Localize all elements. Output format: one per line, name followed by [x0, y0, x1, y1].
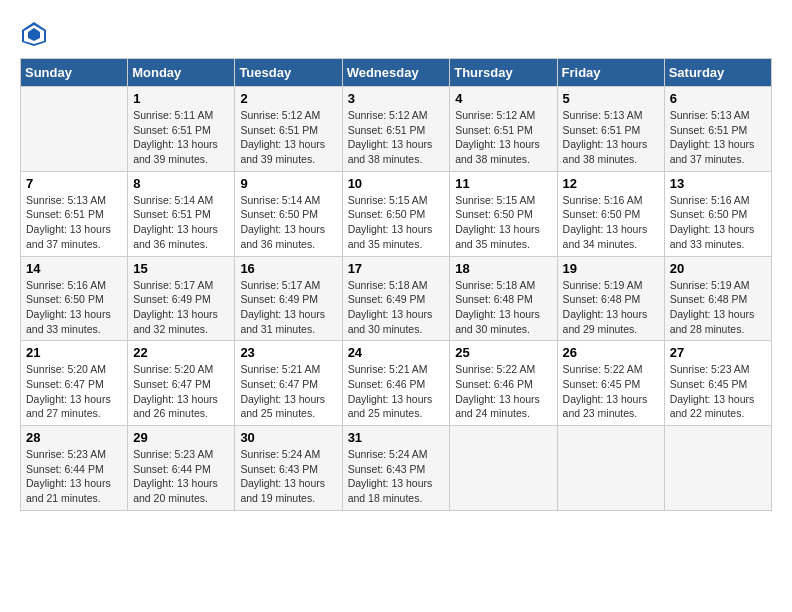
day-number: 28: [26, 430, 122, 445]
calendar-cell: 11 Sunrise: 5:15 AMSunset: 6:50 PMDaylig…: [450, 171, 557, 256]
calendar-cell: 1 Sunrise: 5:11 AMSunset: 6:51 PMDayligh…: [128, 87, 235, 172]
cell-info: Sunrise: 5:14 AMSunset: 6:50 PMDaylight:…: [240, 193, 336, 252]
weekday-header-row: SundayMondayTuesdayWednesdayThursdayFrid…: [21, 59, 772, 87]
calendar-cell: 22 Sunrise: 5:20 AMSunset: 6:47 PMDaylig…: [128, 341, 235, 426]
day-number: 19: [563, 261, 659, 276]
day-number: 13: [670, 176, 766, 191]
day-number: 24: [348, 345, 445, 360]
calendar-cell: 27 Sunrise: 5:23 AMSunset: 6:45 PMDaylig…: [664, 341, 771, 426]
cell-info: Sunrise: 5:21 AMSunset: 6:46 PMDaylight:…: [348, 362, 445, 421]
cell-info: Sunrise: 5:15 AMSunset: 6:50 PMDaylight:…: [455, 193, 551, 252]
cell-info: Sunrise: 5:17 AMSunset: 6:49 PMDaylight:…: [133, 278, 229, 337]
calendar-cell: 12 Sunrise: 5:16 AMSunset: 6:50 PMDaylig…: [557, 171, 664, 256]
weekday-header-thursday: Thursday: [450, 59, 557, 87]
day-number: 21: [26, 345, 122, 360]
cell-info: Sunrise: 5:13 AMSunset: 6:51 PMDaylight:…: [563, 108, 659, 167]
calendar-cell: 2 Sunrise: 5:12 AMSunset: 6:51 PMDayligh…: [235, 87, 342, 172]
cell-info: Sunrise: 5:17 AMSunset: 6:49 PMDaylight:…: [240, 278, 336, 337]
day-number: 25: [455, 345, 551, 360]
week-row-4: 21 Sunrise: 5:20 AMSunset: 6:47 PMDaylig…: [21, 341, 772, 426]
day-number: 4: [455, 91, 551, 106]
day-number: 27: [670, 345, 766, 360]
calendar-cell: 25 Sunrise: 5:22 AMSunset: 6:46 PMDaylig…: [450, 341, 557, 426]
calendar-cell: 29 Sunrise: 5:23 AMSunset: 6:44 PMDaylig…: [128, 426, 235, 511]
calendar-cell: 24 Sunrise: 5:21 AMSunset: 6:46 PMDaylig…: [342, 341, 450, 426]
cell-info: Sunrise: 5:12 AMSunset: 6:51 PMDaylight:…: [455, 108, 551, 167]
weekday-header-tuesday: Tuesday: [235, 59, 342, 87]
calendar-cell: [664, 426, 771, 511]
cell-info: Sunrise: 5:18 AMSunset: 6:48 PMDaylight:…: [455, 278, 551, 337]
calendar-cell: 20 Sunrise: 5:19 AMSunset: 6:48 PMDaylig…: [664, 256, 771, 341]
cell-info: Sunrise: 5:14 AMSunset: 6:51 PMDaylight:…: [133, 193, 229, 252]
cell-info: Sunrise: 5:12 AMSunset: 6:51 PMDaylight:…: [240, 108, 336, 167]
logo: [20, 20, 52, 48]
calendar-cell: 28 Sunrise: 5:23 AMSunset: 6:44 PMDaylig…: [21, 426, 128, 511]
week-row-1: 1 Sunrise: 5:11 AMSunset: 6:51 PMDayligh…: [21, 87, 772, 172]
calendar-cell: 15 Sunrise: 5:17 AMSunset: 6:49 PMDaylig…: [128, 256, 235, 341]
cell-info: Sunrise: 5:22 AMSunset: 6:46 PMDaylight:…: [455, 362, 551, 421]
weekday-header-wednesday: Wednesday: [342, 59, 450, 87]
cell-info: Sunrise: 5:12 AMSunset: 6:51 PMDaylight:…: [348, 108, 445, 167]
calendar-cell: 3 Sunrise: 5:12 AMSunset: 6:51 PMDayligh…: [342, 87, 450, 172]
day-number: 17: [348, 261, 445, 276]
cell-info: Sunrise: 5:23 AMSunset: 6:45 PMDaylight:…: [670, 362, 766, 421]
calendar-cell: [450, 426, 557, 511]
cell-info: Sunrise: 5:19 AMSunset: 6:48 PMDaylight:…: [670, 278, 766, 337]
cell-info: Sunrise: 5:23 AMSunset: 6:44 PMDaylight:…: [26, 447, 122, 506]
header: [20, 20, 772, 48]
day-number: 10: [348, 176, 445, 191]
calendar-cell: 23 Sunrise: 5:21 AMSunset: 6:47 PMDaylig…: [235, 341, 342, 426]
day-number: 2: [240, 91, 336, 106]
week-row-3: 14 Sunrise: 5:16 AMSunset: 6:50 PMDaylig…: [21, 256, 772, 341]
cell-info: Sunrise: 5:19 AMSunset: 6:48 PMDaylight:…: [563, 278, 659, 337]
logo-icon: [20, 20, 48, 48]
weekday-header-monday: Monday: [128, 59, 235, 87]
cell-info: Sunrise: 5:15 AMSunset: 6:50 PMDaylight:…: [348, 193, 445, 252]
cell-info: Sunrise: 5:16 AMSunset: 6:50 PMDaylight:…: [670, 193, 766, 252]
calendar-cell: 5 Sunrise: 5:13 AMSunset: 6:51 PMDayligh…: [557, 87, 664, 172]
calendar-cell: [21, 87, 128, 172]
calendar-cell: 9 Sunrise: 5:14 AMSunset: 6:50 PMDayligh…: [235, 171, 342, 256]
cell-info: Sunrise: 5:11 AMSunset: 6:51 PMDaylight:…: [133, 108, 229, 167]
calendar-cell: 26 Sunrise: 5:22 AMSunset: 6:45 PMDaylig…: [557, 341, 664, 426]
day-number: 7: [26, 176, 122, 191]
calendar-cell: 18 Sunrise: 5:18 AMSunset: 6:48 PMDaylig…: [450, 256, 557, 341]
week-row-2: 7 Sunrise: 5:13 AMSunset: 6:51 PMDayligh…: [21, 171, 772, 256]
day-number: 1: [133, 91, 229, 106]
day-number: 3: [348, 91, 445, 106]
day-number: 11: [455, 176, 551, 191]
cell-info: Sunrise: 5:24 AMSunset: 6:43 PMDaylight:…: [348, 447, 445, 506]
cell-info: Sunrise: 5:23 AMSunset: 6:44 PMDaylight:…: [133, 447, 229, 506]
calendar-cell: 8 Sunrise: 5:14 AMSunset: 6:51 PMDayligh…: [128, 171, 235, 256]
calendar-cell: 6 Sunrise: 5:13 AMSunset: 6:51 PMDayligh…: [664, 87, 771, 172]
weekday-header-friday: Friday: [557, 59, 664, 87]
calendar-cell: 31 Sunrise: 5:24 AMSunset: 6:43 PMDaylig…: [342, 426, 450, 511]
day-number: 8: [133, 176, 229, 191]
weekday-header-sunday: Sunday: [21, 59, 128, 87]
cell-info: Sunrise: 5:24 AMSunset: 6:43 PMDaylight:…: [240, 447, 336, 506]
cell-info: Sunrise: 5:20 AMSunset: 6:47 PMDaylight:…: [26, 362, 122, 421]
day-number: 14: [26, 261, 122, 276]
calendar-cell: 4 Sunrise: 5:12 AMSunset: 6:51 PMDayligh…: [450, 87, 557, 172]
calendar-cell: 14 Sunrise: 5:16 AMSunset: 6:50 PMDaylig…: [21, 256, 128, 341]
cell-info: Sunrise: 5:21 AMSunset: 6:47 PMDaylight:…: [240, 362, 336, 421]
calendar-cell: 10 Sunrise: 5:15 AMSunset: 6:50 PMDaylig…: [342, 171, 450, 256]
weekday-header-saturday: Saturday: [664, 59, 771, 87]
cell-info: Sunrise: 5:20 AMSunset: 6:47 PMDaylight:…: [133, 362, 229, 421]
day-number: 29: [133, 430, 229, 445]
day-number: 20: [670, 261, 766, 276]
calendar-cell: 30 Sunrise: 5:24 AMSunset: 6:43 PMDaylig…: [235, 426, 342, 511]
day-number: 18: [455, 261, 551, 276]
calendar-cell: 17 Sunrise: 5:18 AMSunset: 6:49 PMDaylig…: [342, 256, 450, 341]
cell-info: Sunrise: 5:13 AMSunset: 6:51 PMDaylight:…: [26, 193, 122, 252]
day-number: 9: [240, 176, 336, 191]
day-number: 6: [670, 91, 766, 106]
calendar-cell: 16 Sunrise: 5:17 AMSunset: 6:49 PMDaylig…: [235, 256, 342, 341]
cell-info: Sunrise: 5:18 AMSunset: 6:49 PMDaylight:…: [348, 278, 445, 337]
day-number: 16: [240, 261, 336, 276]
cell-info: Sunrise: 5:16 AMSunset: 6:50 PMDaylight:…: [26, 278, 122, 337]
cell-info: Sunrise: 5:13 AMSunset: 6:51 PMDaylight:…: [670, 108, 766, 167]
day-number: 30: [240, 430, 336, 445]
cell-info: Sunrise: 5:22 AMSunset: 6:45 PMDaylight:…: [563, 362, 659, 421]
cell-info: Sunrise: 5:16 AMSunset: 6:50 PMDaylight:…: [563, 193, 659, 252]
